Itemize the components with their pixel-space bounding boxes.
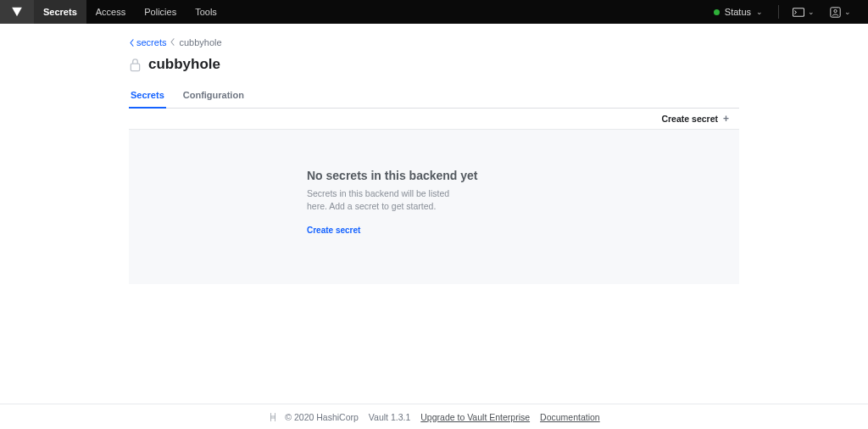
- breadcrumb-current: cubbyhole: [179, 37, 221, 47]
- chevron-down-icon: ⌄: [844, 8, 851, 16]
- chevron-down-icon: ⌄: [756, 8, 763, 16]
- chevron-left-icon: [129, 39, 135, 47]
- empty-state-panel: No secrets in this backend yet Secrets i…: [129, 130, 739, 284]
- empty-state-description: Secrets in this backend will be listed h…: [307, 187, 468, 213]
- svg-rect-0: [793, 8, 804, 16]
- svg-point-2: [834, 9, 837, 12]
- terminal-icon: [793, 8, 804, 17]
- empty-state-create-link[interactable]: Create secret: [307, 226, 360, 235]
- nav-divider: [778, 5, 779, 19]
- nav-items: Secrets Access Policies Tools: [34, 0, 226, 24]
- breadcrumb: secrets cubbyhole: [129, 37, 739, 47]
- user-icon: [830, 7, 841, 18]
- breadcrumb-separator: [170, 37, 175, 47]
- nav-item-tools[interactable]: Tools: [186, 0, 226, 24]
- nav-right: Status ⌄ ⌄ ⌄: [707, 0, 868, 24]
- status-label: Status: [725, 7, 751, 17]
- svg-rect-3: [131, 64, 139, 70]
- footer-version: Vault 1.3.1: [369, 412, 410, 422]
- main-content: secrets cubbyhole cubbyhole Secrets Conf…: [0, 24, 868, 404]
- console-dropdown[interactable]: ⌄: [787, 8, 820, 17]
- nav-item-policies[interactable]: Policies: [135, 0, 186, 24]
- breadcrumb-root-link[interactable]: secrets: [129, 37, 166, 47]
- nav-item-access[interactable]: Access: [86, 0, 135, 24]
- footer-docs-link[interactable]: Documentation: [540, 412, 600, 422]
- toolbar: Create secret +: [129, 109, 739, 130]
- tab-configuration[interactable]: Configuration: [181, 83, 246, 109]
- tabs: Secrets Configuration: [129, 83, 739, 109]
- top-nav: Secrets Access Policies Tools Status ⌄ ⌄…: [0, 0, 868, 24]
- hashicorp-icon: [268, 412, 278, 422]
- create-secret-button[interactable]: Create secret +: [661, 114, 729, 124]
- footer: © 2020 HashiCorp Vault 1.3.1 Upgrade to …: [0, 404, 868, 429]
- user-dropdown[interactable]: ⌄: [825, 7, 856, 18]
- lock-icon: [129, 58, 142, 72]
- status-dropdown[interactable]: Status ⌄: [707, 7, 770, 17]
- plus-icon: +: [723, 114, 729, 124]
- breadcrumb-root-label: secrets: [136, 37, 166, 47]
- footer-copyright: © 2020 HashiCorp: [285, 412, 359, 422]
- tab-secrets[interactable]: Secrets: [129, 83, 166, 109]
- chevron-down-icon: ⌄: [808, 8, 815, 16]
- nav-item-secrets[interactable]: Secrets: [34, 0, 86, 24]
- status-dot-icon: [714, 9, 720, 15]
- empty-state-title: No secrets in this backend yet: [307, 169, 561, 182]
- footer-upgrade-link[interactable]: Upgrade to Vault Enterprise: [420, 412, 530, 422]
- page-title: cubbyhole: [148, 56, 220, 73]
- page-title-row: cubbyhole: [129, 56, 739, 73]
- create-secret-label: Create secret: [661, 114, 718, 124]
- chevron-left-icon: [170, 38, 175, 46]
- vault-logo-icon: [11, 6, 23, 18]
- vault-logo[interactable]: [0, 0, 34, 24]
